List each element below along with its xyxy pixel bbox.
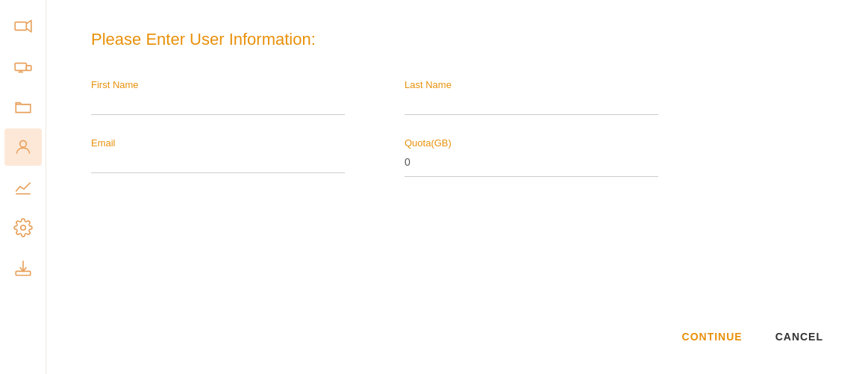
sidebar-item-share[interactable] [4, 7, 42, 45]
email-label: Email [91, 137, 345, 149]
devices-icon [13, 57, 33, 76]
cancel-button[interactable]: CANCEL [761, 322, 838, 352]
sidebar-item-settings[interactable] [4, 209, 42, 246]
share-icon [13, 16, 33, 36]
first-name-label: First Name [91, 79, 345, 90]
svg-point-8 [20, 225, 25, 231]
analytics-icon [13, 178, 33, 197]
sidebar-item-download[interactable] [4, 249, 42, 287]
last-name-input[interactable] [405, 95, 658, 115]
main-content: Please Enter User Information: First Nam… [46, 0, 868, 374]
footer-buttons: CONTINUE CANCEL [664, 322, 838, 352]
svg-rect-2 [26, 66, 31, 71]
settings-icon [13, 218, 33, 237]
sidebar [0, 0, 46, 374]
last-name-label: Last Name [405, 79, 658, 90]
sidebar-item-devices[interactable] [4, 48, 42, 85]
email-group: Email [91, 137, 345, 177]
svg-rect-0 [15, 22, 26, 31]
page-title: Please Enter User Information: [91, 30, 823, 49]
sidebar-item-folder[interactable] [4, 88, 42, 125]
svg-point-6 [19, 140, 26, 147]
email-input[interactable] [91, 153, 345, 173]
quota-group: Quota(GB) 0 [405, 137, 658, 177]
continue-button[interactable]: CONTINUE [664, 322, 761, 352]
first-name-group: First Name [91, 79, 345, 115]
form-grid: First Name Last Name Email Quota(GB) 0 [91, 79, 658, 199]
folder-icon [13, 97, 33, 116]
download-icon [13, 258, 33, 278]
quota-label: Quota(GB) [405, 137, 658, 149]
sidebar-item-user[interactable] [4, 128, 42, 166]
last-name-group: Last Name [405, 79, 658, 115]
quota-value: 0 [405, 153, 658, 177]
user-icon [13, 137, 33, 157]
sidebar-item-analytics[interactable] [4, 169, 42, 206]
first-name-input[interactable] [91, 95, 345, 115]
svg-rect-1 [15, 63, 26, 71]
